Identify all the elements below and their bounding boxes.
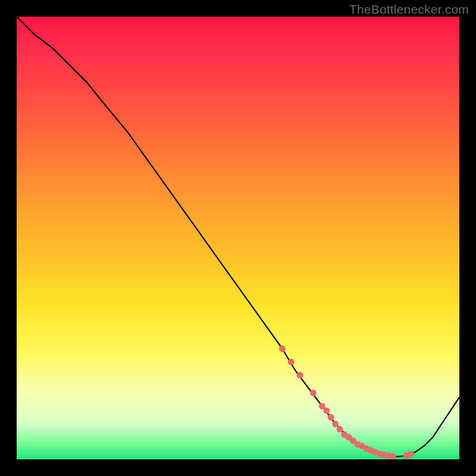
marker-point — [390, 453, 396, 459]
marker-point — [310, 390, 317, 396]
marker-point — [323, 408, 330, 414]
highlight-markers — [279, 346, 414, 460]
marker-point — [288, 359, 295, 365]
bottleneck-curve — [17, 17, 459, 457]
marker-point — [328, 414, 334, 421]
chart-svg — [17, 17, 459, 459]
marker-point — [337, 426, 343, 433]
marker-point — [279, 346, 286, 352]
watermark-text: TheBottlenecker.com — [349, 2, 469, 17]
plot-area — [17, 17, 459, 459]
marker-point — [297, 372, 303, 378]
marker-point — [408, 451, 414, 458]
marker-point — [332, 421, 339, 427]
chart-frame: TheBottlenecker.com — [0, 0, 476, 476]
